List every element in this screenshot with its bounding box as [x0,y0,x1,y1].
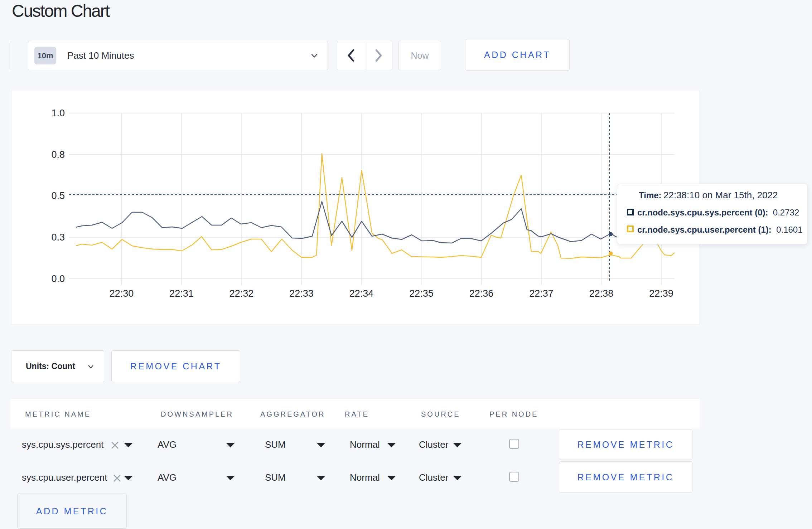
svg-text:0.5: 0.5 [51,190,65,201]
svg-text:0.0: 0.0 [51,273,65,284]
svg-text:22:33: 22:33 [289,288,314,299]
svg-text:0.3: 0.3 [51,232,65,243]
svg-text:22:34: 22:34 [349,288,374,299]
svg-text:22:32: 22:32 [229,288,254,299]
svg-text:22:36: 22:36 [469,288,494,299]
svg-text:22:38: 22:38 [589,288,614,299]
svg-text:22:35: 22:35 [409,288,434,299]
svg-text:1.0: 1.0 [51,108,65,118]
svg-text:22:31: 22:31 [169,288,194,299]
svg-text:22:37: 22:37 [529,288,554,299]
svg-text:22:39: 22:39 [649,288,673,299]
svg-text:0.8: 0.8 [51,149,65,160]
svg-text:22:30: 22:30 [110,288,134,299]
